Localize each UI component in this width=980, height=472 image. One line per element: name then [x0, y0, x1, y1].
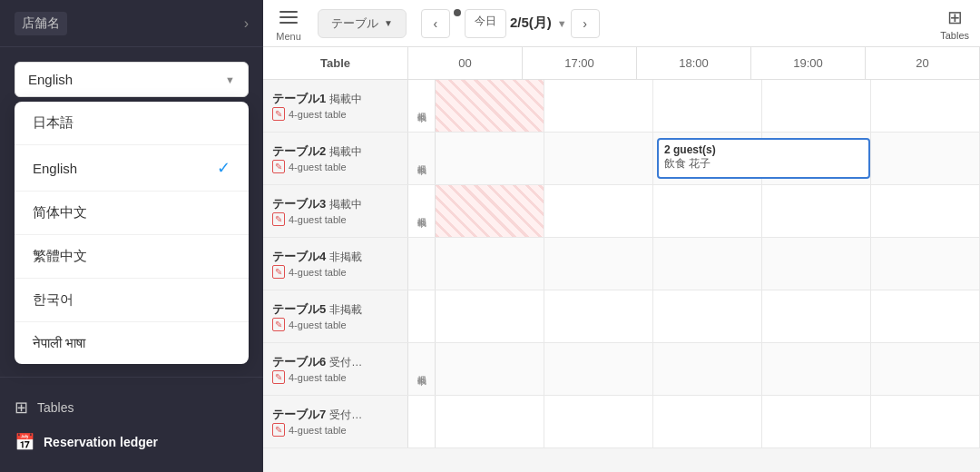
schedule-container: Table 00 17:00 18:00 19:00 20: [263, 47, 980, 472]
time-cell-3-2[interactable]: [653, 185, 762, 237]
table-edit-icon-2[interactable]: ✎: [272, 160, 285, 173]
time-header-1: 17:00: [523, 47, 637, 79]
table-info-6: テーブル6 受付… ✎ 4-guest table: [263, 343, 408, 395]
table-edit-icon-6[interactable]: ✎: [272, 370, 285, 384]
schedule-header: Table 00 17:00 18:00 19:00 20: [263, 47, 980, 80]
topbar: Menu テーブル ▼ ‹ 今日 2/5(月) ▼ › ⊞ Tables: [263, 0, 980, 47]
tables-sidebar-icon: ⊞: [15, 398, 28, 418]
table-status-6: 受付…: [329, 355, 362, 370]
time-cell-4-4[interactable]: [871, 238, 980, 290]
time-cell-4-2[interactable]: [653, 238, 762, 290]
time-cell-4-0[interactable]: [436, 238, 544, 290]
time-cell-5-1[interactable]: [544, 290, 653, 342]
time-cell-7-2[interactable]: [653, 396, 762, 447]
lang-option-zh-tw[interactable]: 繁體中文: [15, 235, 249, 279]
language-selector[interactable]: English ▼: [15, 62, 249, 97]
table-status-7: 受付…: [329, 408, 362, 423]
time-cell-1-2[interactable]: [653, 80, 762, 132]
time-cell-7-4[interactable]: [871, 396, 980, 447]
table-right-label-3: 掲載中: [408, 185, 436, 237]
time-cell-3-0[interactable]: [436, 185, 544, 237]
language-dropdown: 日本語 English ✓ 简体中文 繁體中文 한국어 नेपाली भाषा: [15, 102, 249, 364]
time-cell-6-3[interactable]: [762, 343, 871, 395]
next-date-button[interactable]: ›: [571, 9, 600, 38]
time-cell-3-4[interactable]: [871, 185, 980, 237]
time-cell-2-1[interactable]: [544, 133, 653, 184]
hamburger-icon: [274, 5, 303, 29]
table-name-1: テーブル1: [272, 91, 326, 107]
lang-option-ja[interactable]: 日本語: [15, 102, 249, 145]
table-edit-icon-7[interactable]: ✎: [272, 423, 285, 437]
lang-option-ne[interactable]: नेपाली भाषा: [15, 322, 249, 364]
time-cell-7-0[interactable]: [436, 396, 544, 447]
date-dropdown-arrow: ▼: [557, 18, 567, 29]
table-right-label-1: 掲載中: [408, 80, 436, 132]
time-cell-6-4[interactable]: [871, 343, 980, 395]
sidebar-item-tables[interactable]: ⊞ Tables: [15, 390, 249, 425]
time-cell-1-1[interactable]: [544, 80, 653, 132]
prev-date-button[interactable]: ‹: [421, 9, 450, 38]
lang-option-ko[interactable]: 한국어: [15, 279, 249, 322]
sidebar-tables-label: Tables: [37, 400, 74, 415]
time-cell-4-3[interactable]: [762, 238, 871, 290]
time-cell-3-1[interactable]: [544, 185, 653, 237]
time-cell-4-1[interactable]: [544, 238, 653, 290]
table-name-7: テーブル7: [272, 407, 326, 423]
menu-button[interactable]: Menu: [274, 5, 303, 42]
time-cell-7-1[interactable]: [544, 396, 653, 447]
time-header-2: 18:00: [637, 47, 751, 79]
time-cell-2-4[interactable]: [871, 133, 980, 184]
table-name-2: テーブル2: [272, 143, 326, 160]
table-right-label-6: 掲載中: [408, 343, 436, 395]
time-header-3: 19:00: [751, 47, 866, 79]
time-cell-6-2[interactable]: [653, 343, 762, 395]
table-edit-icon-5[interactable]: ✎: [272, 318, 285, 331]
tables-top-icon: ⊞: [947, 6, 963, 28]
time-cell-5-3[interactable]: [762, 290, 871, 342]
table-edit-icon-1[interactable]: ✎: [272, 107, 285, 121]
today-label: 今日: [475, 15, 496, 27]
table-name-4: テーブル4: [272, 249, 326, 265]
table-info-3: テーブル3 掲載中 ✎ 4-guest table: [263, 185, 408, 237]
time-cell-5-2[interactable]: [653, 290, 762, 342]
view-selector-arrow: ▼: [384, 18, 393, 28]
table-row: テーブル3 掲載中 ✎ 4-guest table 掲載中: [263, 185, 980, 238]
time-cell-1-0[interactable]: [436, 80, 544, 132]
today-dot-indicator: [454, 9, 461, 16]
time-cell-5-0[interactable]: [436, 290, 544, 342]
sidebar-expand-button[interactable]: ›: [244, 15, 249, 32]
time-cell-3-3[interactable]: [762, 185, 871, 237]
table-time-cells-6: [436, 343, 980, 395]
sidebar-bottom: ⊞ Tables 📅 Reservation ledger: [0, 377, 263, 472]
time-cell-1-4[interactable]: [871, 80, 980, 132]
time-cell-7-3[interactable]: [762, 396, 871, 447]
view-selector[interactable]: テーブル ▼: [318, 9, 407, 38]
lang-label-zh-cn: 简体中文: [33, 204, 87, 221]
sidebar-item-reservation-ledger[interactable]: 📅 Reservation ledger: [15, 425, 249, 459]
table-row: テーブル6 受付… ✎ 4-guest table 掲載中: [263, 343, 980, 396]
time-cell-6-1[interactable]: [544, 343, 653, 395]
time-cell-2-3[interactable]: [762, 133, 871, 184]
lang-option-zh-cn[interactable]: 简体中文: [15, 192, 249, 235]
time-cell-5-4[interactable]: [871, 290, 980, 342]
today-button[interactable]: 今日: [465, 9, 506, 38]
table-edit-icon-4[interactable]: ✎: [272, 265, 285, 279]
table-right-label-4: [408, 238, 436, 290]
time-cell-2-2[interactable]: 2 guest(s) 飲食 花子: [653, 133, 762, 184]
table-name-6: テーブル6: [272, 354, 326, 370]
language-selector-wrapper: English ▼ 日本語 English ✓ 简体中文 繁體中文 한국어 ने…: [0, 47, 263, 112]
time-cell-6-0[interactable]: [436, 343, 544, 395]
tables-top-button[interactable]: ⊞ Tables: [940, 6, 969, 41]
time-header-0: 00: [408, 47, 523, 79]
time-cell-1-3[interactable]: [762, 80, 871, 132]
lang-option-en[interactable]: English ✓: [15, 145, 249, 192]
table-column-header: Table: [263, 47, 408, 79]
table-sub-3: 4-guest table: [289, 214, 347, 225]
store-name: 店舗名: [15, 12, 67, 35]
time-cell-2-0[interactable]: [436, 133, 544, 184]
table-row: テーブル7 受付… ✎ 4-guest table: [263, 396, 980, 448]
table-name-5: テーブル5: [272, 301, 326, 318]
table-edit-icon-3[interactable]: ✎: [272, 212, 285, 226]
table-time-cells-3: [436, 185, 980, 237]
table-time-cells-1: [436, 80, 980, 132]
